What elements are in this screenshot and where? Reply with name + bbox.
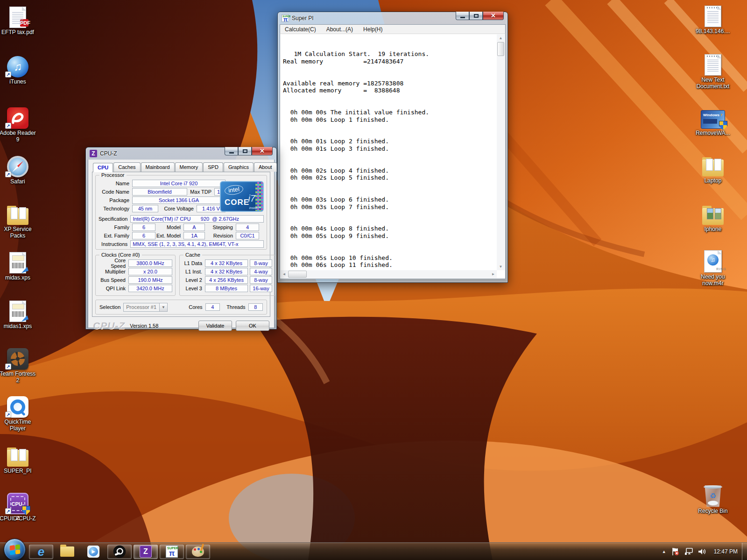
folder-documents-icon: [7, 208, 28, 225]
maximize-button[interactable]: [469, 12, 483, 20]
minimize-button[interactable]: [456, 12, 469, 20]
tray-expand-arrow[interactable]: ▲: [662, 549, 666, 554]
intel-core-i7-badge: intel i7 CORE inside™: [220, 181, 264, 212]
desktop-icon-removewat[interactable]: Windows 7 RemoveWA...: [693, 105, 733, 136]
desktop-icon-cpuid-cpu-z[interactable]: CPU-Z↗ CPUID CPU-Z: [0, 491, 38, 522]
tab-mainboard[interactable]: Mainboard: [141, 162, 175, 172]
superpi-titlebar[interactable]: SUPERπ Super PI ✕: [278, 12, 507, 24]
validate-button[interactable]: Validate: [198, 321, 232, 331]
volume-icon[interactable]: [698, 548, 706, 555]
removewat-icon: Windows 7: [701, 110, 725, 129]
desktop-icon-laptop-folder[interactable]: Laptop: [693, 153, 733, 184]
cpuz-logo: CPU-Z: [93, 320, 125, 331]
horizontal-scrollbar[interactable]: ◄ ►: [281, 270, 497, 278]
qpi-link-label: QPI Link: [99, 286, 126, 291]
ext-model-field: 1A: [183, 232, 205, 239]
minimize-button[interactable]: [225, 147, 238, 155]
vertical-scrollbar[interactable]: ▲ ▼: [497, 35, 505, 270]
cores-field: 4: [205, 303, 220, 311]
clocks-groupbox: Clocks (Core #0) Core Speed3800.0 MHz Mu…: [95, 255, 176, 296]
clocks-group-label: Clocks (Core #0): [99, 252, 142, 258]
tab-cpu[interactable]: CPU: [93, 163, 113, 172]
tab-spd[interactable]: SPD: [203, 162, 223, 172]
xps-file-icon: [9, 252, 26, 273]
desktop-icon-midas1-xps[interactable]: midas1.xps: [0, 299, 38, 329]
desktop-icon-adobe-reader[interactable]: ↗ Adobe Reader 9: [0, 105, 38, 143]
maximize-button[interactable]: [238, 147, 252, 155]
desktop-icon-team-fortress-2[interactable]: ↗ Team Fortress 2: [0, 346, 38, 384]
desktop-icon-label: 98.143.146....: [693, 28, 733, 35]
ext-model-label: Ext. Model: [155, 233, 181, 238]
level3-field: 8 MBytes: [205, 285, 248, 292]
network-icon[interactable]: [684, 548, 693, 555]
windows-flag-icon: [9, 544, 20, 555]
close-button[interactable]: ✕: [483, 12, 504, 20]
taskbar-clock[interactable]: 12:47 PM: [711, 548, 740, 555]
taskbar-internet-explorer[interactable]: e: [29, 545, 53, 559]
desktop-icon-ip-text-file[interactable]: 98.143.146....: [693, 4, 733, 35]
close-button[interactable]: ✕: [252, 147, 273, 155]
desktop-icon-quicktime-player[interactable]: ↗ QuickTime Player: [0, 394, 38, 432]
taskbar-paint[interactable]: [186, 545, 210, 559]
desktop-icon-eftp-tax-pdf[interactable]: PDF EFTP tax.pdf: [0, 5, 38, 35]
start-button[interactable]: [4, 539, 26, 560]
desktop-icon-safari[interactable]: ↗ Safari: [0, 154, 38, 185]
steam-icon: [113, 546, 126, 558]
code-name-field: Bloomfield: [132, 188, 187, 196]
scroll-left-arrow[interactable]: ◄: [281, 270, 288, 278]
taskbar-steam[interactable]: [107, 545, 132, 559]
ext-family-field: 6: [132, 232, 155, 239]
vertical-scroll-thumb[interactable]: [497, 42, 504, 56]
core-speed-field: 3800.0 MHz: [128, 259, 172, 267]
core-speed-label: Core Speed: [99, 258, 126, 269]
l1-data-label: L1 Data: [183, 260, 202, 266]
tab-about[interactable]: About: [254, 162, 277, 172]
level2-label: Level 2: [183, 277, 202, 283]
dropdown-arrow-icon: ▼: [159, 303, 167, 311]
menu-calculate[interactable]: Calculate(C): [285, 26, 316, 33]
desktop-icon-super-pi-folder[interactable]: SUPER_PI: [0, 443, 38, 474]
desktop-icon-ringtone[interactable]: ♫RING Need you now.m4r: [693, 249, 733, 287]
scroll-up-arrow[interactable]: ▲: [497, 35, 505, 42]
desktop-icon-xp-service-packs[interactable]: XP Service Packs: [0, 202, 38, 239]
ringtone-file-icon: ♫RING: [704, 250, 722, 273]
action-center-flag-icon[interactable]: [671, 547, 679, 556]
stepping-field: 4: [236, 224, 259, 231]
horizontal-scroll-thumb[interactable]: [288, 271, 307, 278]
taskbar-media-player[interactable]: ▶: [81, 545, 106, 559]
taskbar-windows-explorer[interactable]: [55, 545, 79, 559]
show-desktop-button[interactable]: [742, 543, 747, 560]
tab-caches[interactable]: Caches: [113, 162, 140, 172]
technology-label: Technology: [99, 206, 129, 211]
folder-icon: [60, 546, 74, 557]
desktop-icon-new-text-document[interactable]: New Text Document.txt: [693, 52, 733, 90]
desktop-icon-label: midas.xps: [0, 274, 38, 281]
menu-about[interactable]: About...(A): [326, 26, 353, 33]
cpuz-tab-bar: CPU Caches Mainboard Memory SPD Graphics…: [93, 162, 270, 172]
internet-explorer-icon: e: [38, 545, 44, 559]
scroll-down-arrow[interactable]: ▼: [497, 263, 505, 270]
version-text: Version 1.58: [130, 323, 158, 329]
tab-graphics[interactable]: Graphics: [224, 162, 254, 172]
desktop-icon-iphone-folder[interactable]: Iphone: [693, 202, 733, 232]
scroll-right-arrow[interactable]: ►: [490, 270, 497, 278]
taskbar-cpuz[interactable]: Z: [134, 545, 158, 559]
revision-label: Revision: [205, 233, 233, 238]
multiplier-field: x 20.0: [128, 268, 172, 275]
shortcut-arrow-icon: ↗: [5, 123, 11, 129]
processor-select-dropdown[interactable]: Processor #1▼: [123, 303, 168, 312]
stepping-label: Stepping: [205, 224, 233, 230]
superpi-output-text: 1M Calculation Start. 19 iterations.Real…: [283, 36, 495, 269]
cpuz-titlebar[interactable]: Z CPU-Z ✕: [86, 147, 276, 160]
window-title: CPU-Z: [100, 150, 117, 157]
technology-field: 45 nm: [132, 205, 158, 212]
tab-memory[interactable]: Memory: [175, 162, 203, 172]
desktop-icon-midas-xps[interactable]: midas.xps: [0, 250, 38, 281]
desktop-icon-itunes[interactable]: ♫↗ iTunes: [0, 54, 38, 85]
taskbar-superpi[interactable]: SUPERπ: [160, 545, 184, 559]
package-label: Package: [99, 197, 129, 203]
desktop-icon-recycle-bin[interactable]: ♻ Recycle Bin: [693, 483, 733, 514]
menu-help[interactable]: Help(H): [363, 26, 382, 33]
ok-button[interactable]: OK: [236, 321, 269, 331]
desktop-icon-label: New Text Document.txt: [693, 77, 733, 90]
